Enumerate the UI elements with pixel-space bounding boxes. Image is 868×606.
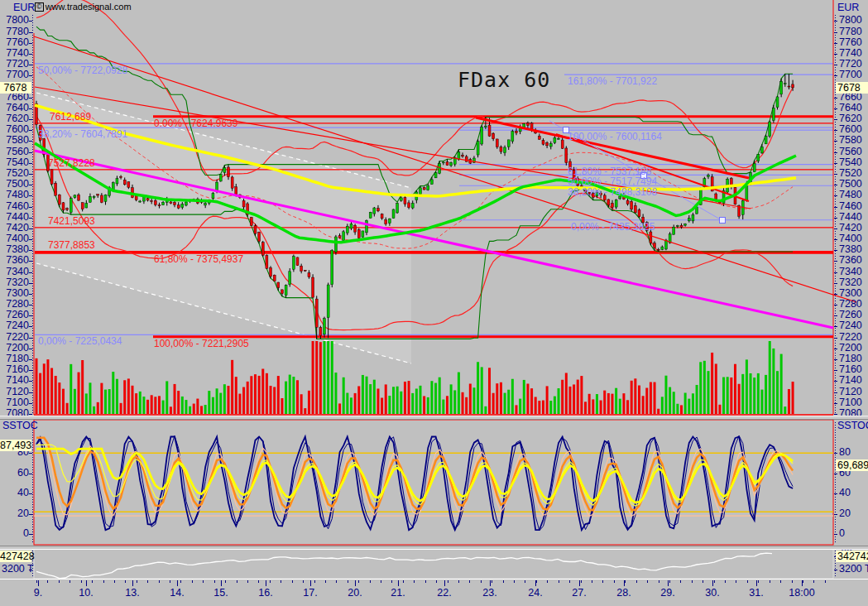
copyright: ©www.tradesignal.com: [35, 2, 132, 12]
copyright-text: www.tradesignal.com: [46, 2, 132, 12]
sstoc-pane[interactable]: [34, 420, 833, 545]
price-axis-right[interactable]: [834, 12, 868, 580]
volume-pane[interactable]: [34, 549, 833, 579]
copyright-icon: ©: [35, 2, 44, 12]
price-axis-left[interactable]: [0, 12, 33, 580]
main-chart-pane[interactable]: [34, 12, 833, 415]
tradesignal-chart-window: 50,00% - 7722,092838,20% - 7604,78910,00…: [0, 0, 868, 606]
time-axis[interactable]: [0, 580, 868, 606]
